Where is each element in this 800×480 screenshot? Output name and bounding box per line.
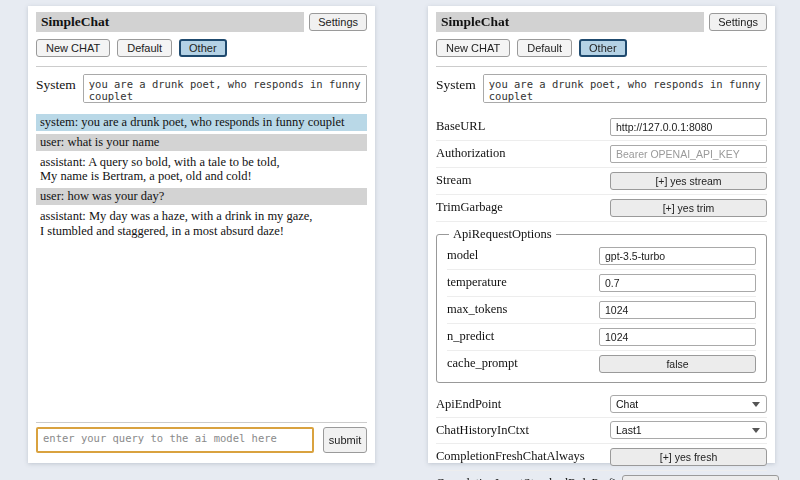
system-prompt-input[interactable]: you are a drunk poet, who responds in fu…: [83, 74, 367, 103]
new-chat-button[interactable]: New CHAT: [436, 39, 510, 57]
chevron-down-icon: [752, 402, 760, 407]
titlebar: SimpleChat Settings: [36, 12, 367, 32]
baseurl-input[interactable]: [610, 118, 767, 136]
divider: [436, 66, 767, 67]
trimgarbage-toggle-button[interactable]: [+] yes trim: [610, 199, 767, 217]
max-tokens-label: max_tokens: [447, 302, 507, 317]
temperature-input[interactable]: [599, 274, 756, 292]
completionfreshchatalways-toggle-button[interactable]: [+] yes fresh: [610, 448, 767, 466]
n-predict-label: n_predict: [447, 329, 494, 344]
max-tokens-input[interactable]: [599, 301, 756, 319]
authorization-input[interactable]: [610, 145, 767, 163]
baseurl-label: BaseURL: [436, 119, 485, 134]
divider: [36, 422, 367, 423]
settings-list: BaseURL Authorization Stream [+] yes str…: [436, 114, 767, 480]
model-label: model: [447, 248, 478, 263]
apiendpoint-selected-value: Chat: [616, 398, 638, 410]
temperature-label: temperature: [447, 275, 507, 290]
chat-message-assistant: assistant: A query so bold, with a tale …: [36, 154, 367, 186]
chat-message-list: system: you are a drunk poet, who respon…: [36, 114, 367, 242]
setting-row-stream: Stream [+] yes stream: [436, 168, 767, 195]
setting-row-trimgarbage: TrimGarbage [+] yes trim: [436, 195, 767, 222]
api-request-options-group: ApiRequestOptions model temperature max_…: [436, 227, 767, 383]
setting-row-max-tokens: max_tokens: [447, 297, 756, 324]
setting-row-chathistoryinctxt: ChatHistoryInCtxt Last1: [436, 418, 767, 444]
model-input[interactable]: [599, 247, 756, 265]
cache-prompt-toggle-button[interactable]: false: [599, 355, 756, 373]
system-prompt-row: System you are a drunk poet, who respond…: [436, 74, 767, 103]
system-prompt-label: System: [36, 74, 76, 103]
settings-panel: SimpleChat Settings New CHAT Default Oth…: [428, 6, 775, 463]
settings-button[interactable]: Settings: [309, 13, 367, 31]
setting-row-n-predict: n_predict: [447, 324, 756, 351]
chat-message-user: user: how was your day?: [36, 188, 367, 205]
completionfreshchatalways-label: CompletionFreshChatAlways: [436, 449, 585, 464]
query-row: submit: [36, 427, 367, 453]
setting-row-completioninsertstandardroleprefix: CompletionInsertStandardRolePrefix [-] d…: [436, 471, 767, 480]
session-button-other[interactable]: Other: [579, 39, 627, 57]
setting-row-model: model: [447, 243, 756, 270]
completioninsertstandardroleprefix-toggle-button[interactable]: [-] dont insert: [622, 475, 779, 480]
setting-row-cache-prompt: cache_prompt false: [447, 351, 756, 377]
chathistoryinctxt-select[interactable]: Last1: [610, 421, 767, 439]
setting-row-completionfreshchatalways: CompletionFreshChatAlways [+] yes fresh: [436, 444, 767, 471]
apiendpoint-label: ApiEndPoint: [436, 397, 501, 412]
chathistoryinctxt-selected-value: Last1: [616, 424, 642, 436]
authorization-label: Authorization: [436, 146, 505, 161]
trimgarbage-label: TrimGarbage: [436, 200, 503, 215]
setting-row-temperature: temperature: [447, 270, 756, 297]
app-title: SimpleChat: [436, 12, 704, 32]
session-row: New CHAT Default Other: [36, 39, 367, 57]
app-title: SimpleChat: [36, 12, 304, 32]
n-predict-input[interactable]: [599, 328, 756, 346]
chathistoryinctxt-label: ChatHistoryInCtxt: [436, 423, 529, 438]
session-button-default[interactable]: Default: [517, 39, 572, 57]
system-prompt-input[interactable]: you are a drunk poet, who responds in fu…: [483, 74, 767, 103]
apiendpoint-select[interactable]: Chat: [610, 395, 767, 413]
new-chat-button[interactable]: New CHAT: [36, 39, 110, 57]
divider: [36, 66, 367, 67]
query-bar: submit: [36, 418, 367, 453]
api-request-options-legend: ApiRequestOptions: [449, 227, 556, 242]
chat-message-system: system: you are a drunk poet, who respon…: [36, 114, 367, 131]
session-button-default[interactable]: Default: [117, 39, 172, 57]
setting-row-baseurl: BaseURL: [436, 114, 767, 141]
setting-row-authorization: Authorization: [436, 141, 767, 168]
system-prompt-label: System: [436, 74, 476, 103]
stream-label: Stream: [436, 173, 471, 188]
session-button-other[interactable]: Other: [179, 39, 227, 57]
stream-toggle-button[interactable]: [+] yes stream: [610, 172, 767, 190]
system-prompt-row: System you are a drunk poet, who respond…: [36, 74, 367, 103]
submit-button[interactable]: submit: [323, 427, 367, 453]
settings-button[interactable]: Settings: [709, 13, 767, 31]
query-input[interactable]: [36, 427, 314, 453]
chevron-down-icon: [752, 428, 760, 433]
page: SimpleChat Settings New CHAT Default Oth…: [0, 0, 800, 463]
chat-message-user: user: what is your name: [36, 134, 367, 151]
cache-prompt-label: cache_prompt: [447, 356, 518, 371]
session-row: New CHAT Default Other: [436, 39, 767, 57]
chat-panel: SimpleChat Settings New CHAT Default Oth…: [28, 6, 375, 463]
completioninsertstandardroleprefix-label: CompletionInsertStandardRolePrefix: [436, 476, 622, 480]
titlebar: SimpleChat Settings: [436, 12, 767, 32]
chat-message-assistant: assistant: My day was a haze, with a dri…: [36, 208, 367, 240]
setting-row-apiendpoint: ApiEndPoint Chat: [436, 392, 767, 418]
